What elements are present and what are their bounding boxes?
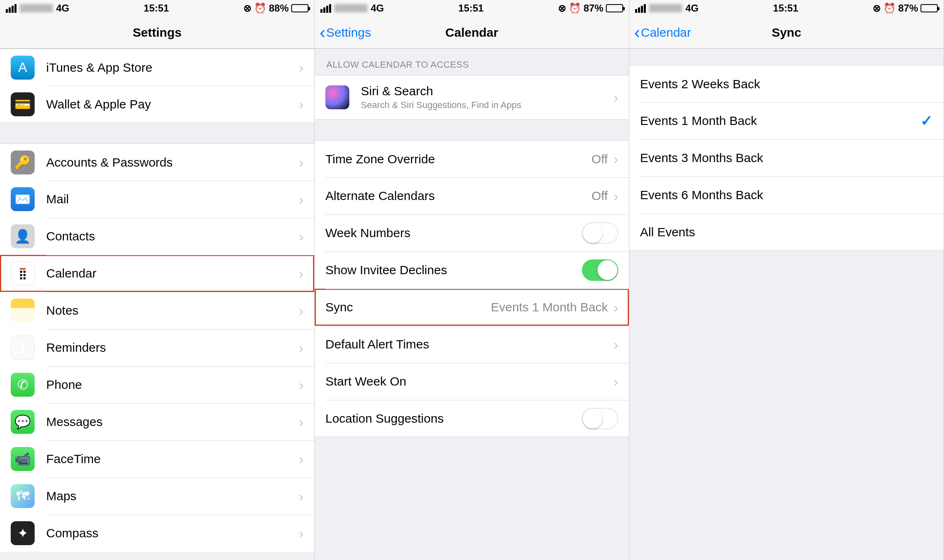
network-type: 4G — [56, 2, 69, 14]
chevron-right-icon: › — [299, 154, 304, 170]
facetime-icon: 📹 — [11, 447, 35, 471]
settings-row-facetime[interactable]: 📹FaceTime› — [0, 440, 314, 478]
nav-bar: ‹ Settings Calendar — [315, 16, 629, 49]
battery-icon — [291, 4, 308, 12]
settings-row-contacts[interactable]: 👤Contacts› — [0, 218, 314, 255]
carrier-blur — [649, 4, 682, 12]
row-label: Phone — [46, 378, 299, 392]
calendar-row-week-numbers[interactable]: Week Numbers — [315, 214, 629, 252]
chevron-right-icon: › — [299, 96, 304, 112]
calendar-row-start-week-on[interactable]: Start Week On› — [315, 363, 629, 400]
option-label: All Events — [640, 225, 933, 239]
row-siri-search[interactable]: Siri & Search Search & Siri Suggestions,… — [315, 75, 629, 120]
signal-icon — [635, 4, 646, 13]
settings-row-calendar[interactable]: ▬⠿Calendar› — [0, 255, 314, 292]
status-time: 15:51 — [144, 2, 169, 14]
row-label: Alternate Calendars — [325, 189, 591, 203]
sync-option[interactable]: Events 2 Weeks Back — [629, 65, 944, 102]
row-label: Maps — [46, 489, 299, 503]
row-label: Notes — [46, 304, 299, 318]
settings-row-mail[interactable]: ✉️Mail› — [0, 181, 314, 218]
settings-row-reminders[interactable]: ┇Reminders› — [0, 329, 314, 366]
row-label: Calendar — [46, 266, 299, 280]
chevron-left-icon: ‹ — [320, 24, 325, 41]
settings-row-messages[interactable]: 💬Messages› — [0, 403, 314, 440]
network-type: 4G — [685, 2, 699, 14]
row-label: Show Invitee Declines — [325, 263, 582, 277]
status-time: 15:51 — [773, 2, 798, 14]
chevron-right-icon: › — [614, 89, 618, 106]
status-bar: 4G 15:51 ⊗ ⏰ 88% — [0, 0, 314, 16]
calendar-row-time-zone-override[interactable]: Time Zone OverrideOff› — [315, 140, 629, 177]
calendar-row-location-suggestions[interactable]: Location Suggestions — [315, 400, 629, 437]
carrier-blur — [20, 4, 53, 12]
battery-pct: 87% — [584, 2, 603, 14]
battery-pct: 87% — [898, 2, 918, 14]
row-label: Messages — [46, 415, 299, 429]
contacts-icon: 👤 — [11, 224, 35, 248]
settings-row-notes[interactable]: Notes› — [0, 292, 314, 329]
row-detail: Off — [591, 189, 607, 203]
screen-sync: 4G 15:51 ⊗ ⏰ 87% ‹ Calendar Sync Events … — [629, 0, 944, 560]
row-label: Mail — [46, 192, 299, 206]
signal-icon — [320, 4, 331, 13]
battery-icon — [920, 4, 938, 12]
row-label: Sync — [325, 300, 491, 314]
alarm-icon: ⏰ — [883, 2, 896, 14]
sync-option[interactable]: All Events — [629, 214, 944, 251]
row-label: Start Week On — [325, 374, 614, 388]
siri-icon — [325, 85, 349, 109]
row-label: Accounts & Passwords — [46, 155, 299, 169]
row-label: Wallet & Apple Pay — [46, 97, 299, 111]
itunes-icon: A — [11, 56, 35, 80]
row-detail: Events 1 Month Back — [491, 300, 607, 314]
nav-bar: Settings — [0, 16, 314, 49]
sync-option[interactable]: Events 1 Month Back✓ — [629, 102, 944, 139]
row-label: iTunes & App Store — [46, 61, 299, 75]
settings-row-itunes[interactable]: AiTunes & App Store› — [0, 49, 314, 86]
calendar-row-default-alert-times[interactable]: Default Alert Times› — [315, 326, 629, 363]
chevron-right-icon: › — [299, 228, 304, 245]
back-label: Settings — [326, 26, 371, 40]
settings-row-wallet[interactable]: 💳Wallet & Apple Pay› — [0, 86, 314, 123]
notes-icon — [11, 299, 35, 322]
screen-calendar: 4G 15:51 ⊗ ⏰ 87% ‹ Settings Calendar ALL… — [315, 0, 629, 560]
back-button[interactable]: ‹ Settings — [315, 24, 371, 41]
signal-icon — [6, 4, 16, 13]
orientation-lock-icon: ⊗ — [558, 2, 566, 14]
option-label: Events 2 Weeks Back — [640, 77, 933, 91]
row-label: Contacts — [46, 229, 299, 243]
status-time: 15:51 — [458, 2, 483, 14]
checkmark-icon: ✓ — [920, 112, 933, 129]
toggle-switch[interactable] — [582, 222, 618, 244]
chevron-right-icon: › — [614, 374, 618, 390]
row-label: Week Numbers — [325, 226, 582, 240]
compass-icon: ✦ — [11, 521, 35, 545]
calendar-row-sync[interactable]: SyncEvents 1 Month Back› — [315, 289, 629, 326]
row-label: Time Zone Override — [325, 152, 591, 166]
toggle-switch[interactable] — [582, 259, 618, 281]
calendar-row-alternate-calendars[interactable]: Alternate CalendarsOff› — [315, 177, 629, 214]
chevron-left-icon: ‹ — [634, 24, 640, 41]
row-label: Default Alert Times — [325, 337, 614, 351]
settings-row-phone[interactable]: ✆Phone› — [0, 366, 314, 403]
chevron-right-icon: › — [299, 266, 304, 282]
back-label: Calendar — [641, 26, 691, 40]
nav-bar: ‹ Calendar Sync — [629, 16, 944, 49]
page-title: Settings — [0, 26, 314, 40]
back-button[interactable]: ‹ Calendar — [629, 24, 691, 41]
settings-row-accounts[interactable]: 🔑Accounts & Passwords› — [0, 144, 314, 181]
sync-option[interactable]: Events 3 Months Back — [629, 139, 944, 176]
calendar-row-show-invitee-declines[interactable]: Show Invitee Declines — [315, 252, 629, 289]
mail-icon: ✉️ — [11, 187, 35, 211]
settings-row-compass[interactable]: ✦Compass› — [0, 515, 314, 552]
sync-option[interactable]: Events 6 Months Back — [629, 176, 944, 214]
row-label: Compass — [46, 526, 299, 540]
settings-row-maps[interactable]: 🗺Maps› — [0, 478, 314, 515]
reminders-icon: ┇ — [11, 336, 35, 360]
toggle-switch[interactable] — [582, 408, 618, 429]
siri-subtitle: Search & Siri Suggestions, Find in Apps — [361, 100, 614, 111]
section-header: ALLOW CALENDAR TO ACCESS — [315, 49, 629, 75]
accounts-icon: 🔑 — [11, 151, 35, 174]
option-label: Events 6 Months Back — [640, 188, 933, 202]
